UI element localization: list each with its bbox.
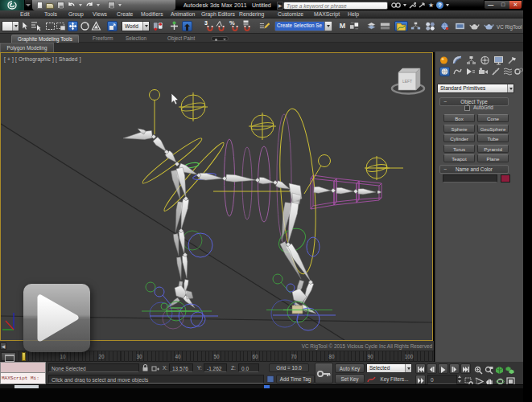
zoom-extents-all-icon[interactable] — [505, 363, 514, 372]
rectangular-selection-region-icon[interactable] — [45, 21, 56, 31]
menu-maxscript[interactable]: MAXScript — [314, 10, 340, 18]
communication-center-wrench-icon[interactable] — [409, 2, 416, 9]
menu-customize[interactable]: Customize — [278, 10, 303, 18]
y-coord-field[interactable]: -1.262 — [204, 363, 227, 372]
save-file-icon[interactable] — [57, 2, 64, 9]
zoom-extents-icon[interactable] — [495, 363, 504, 372]
play-animation-button[interactable] — [438, 363, 448, 374]
macro-recorder-field[interactable] — [0, 362, 46, 373]
selection-set-combo[interactable]: Selected — [366, 363, 412, 373]
search-binoculars-icon[interactable] — [391, 2, 401, 9]
spinner-snap-toggle-icon[interactable] — [241, 21, 253, 31]
zoom-all-icon[interactable] — [485, 363, 493, 372]
ribbon-tab-graphite-modeling-tools[interactable]: Graphite Modeling Tools — [11, 35, 79, 43]
snaps-toggle-3d-icon[interactable]: 3 — [204, 21, 215, 31]
ribbon-tab-selection[interactable]: Selection — [126, 35, 146, 41]
maxscript-mini-listener[interactable]: MAXScript Mi: — [0, 373, 46, 384]
angle-snap-toggle-icon[interactable] — [216, 21, 227, 31]
absolute-offset-toggle-icon[interactable] — [151, 363, 160, 372]
category-lights-icon[interactable] — [465, 67, 476, 76]
application-menu-caret-icon[interactable] — [26, 4, 31, 6]
tail-sphere-control[interactable] — [365, 156, 390, 180]
named-selection-sets-dropdown[interactable]: Create Selection Se — [274, 21, 332, 31]
material-editor-icon[interactable] — [425, 21, 435, 31]
percent-snap-toggle-icon[interactable]: % — [229, 21, 240, 31]
maximize-viewport-toggle-icon[interactable] — [506, 375, 515, 384]
time-tag-icon[interactable] — [266, 375, 274, 384]
category-geometry-icon[interactable] — [439, 67, 450, 76]
head-lollipop-control[interactable] — [150, 90, 160, 135]
object-color-swatch[interactable] — [501, 174, 510, 183]
viewcube[interactable]: LEFT — [392, 68, 424, 94]
button-plane[interactable]: Plane — [477, 154, 509, 162]
select-and-rotate-icon[interactable] — [80, 21, 90, 31]
auto-key-button[interactable]: Auto Key — [335, 363, 365, 373]
selection-filter-dropdown[interactable] — [2, 21, 19, 31]
key-filters-curve-icon[interactable] — [367, 375, 376, 384]
menu-create[interactable]: Create — [117, 10, 133, 18]
track-bar[interactable]: 10 20 30 40 50 60 70 80 90 100 — [0, 351, 434, 362]
window-crossing-icon[interactable] — [56, 21, 66, 31]
video-play-button[interactable] — [23, 284, 90, 352]
tab-modify-icon[interactable] — [452, 55, 463, 65]
tab-display-icon[interactable] — [493, 55, 504, 65]
render-production-teapot-icon[interactable] — [469, 21, 480, 31]
button-sphere[interactable]: Sphere — [443, 125, 475, 133]
use-pivot-center-icon[interactable] — [153, 21, 163, 31]
key-filters-button[interactable]: Key Filters... — [377, 375, 412, 384]
object-name-field[interactable] — [443, 174, 497, 183]
help-caret-icon[interactable] — [446, 4, 449, 6]
favorites-star-icon[interactable]: ★ — [428, 2, 434, 10]
curve-editor-icon[interactable] — [394, 21, 408, 31]
select-object-icon[interactable] — [19, 21, 30, 31]
application-menu-button[interactable] — [0, 0, 25, 10]
next-frame-button[interactable] — [449, 363, 460, 374]
menu-graph-editors[interactable]: Graph Editors — [201, 10, 235, 18]
category-shapes-icon[interactable] — [452, 67, 463, 76]
menu-tools[interactable]: Tools — [44, 10, 57, 18]
ribbon-minimize-button[interactable] — [211, 36, 229, 41]
layer-manager-icon[interactable] — [366, 21, 377, 31]
minimize-button[interactable]: — — [485, 1, 497, 9]
search-options-caret-icon[interactable] — [403, 4, 406, 6]
category-spacewarps-icon[interactable] — [503, 67, 513, 76]
button-cylinder[interactable]: Cylinder — [443, 134, 475, 142]
current-frame-field[interactable]: 0 — [427, 375, 457, 384]
uniform-scale-icon[interactable] — [107, 21, 118, 31]
new-file-icon[interactable] — [37, 2, 43, 9]
qat-dropdown-caret-icon[interactable] — [118, 4, 122, 6]
select-and-scale-icon[interactable] — [91, 21, 101, 31]
favorites-arrow-icon[interactable] — [419, 2, 426, 9]
undo-dropdown-caret-icon[interactable] — [79, 4, 82, 6]
button-cone[interactable]: Cone — [477, 114, 509, 122]
rendered-frame-window-icon[interactable] — [455, 21, 465, 31]
menu-help[interactable]: Help — [348, 10, 359, 18]
viewport-label[interactable]: [ + ] [ Orthographic ] [ Shaded ] — [4, 56, 81, 62]
tab-motion-icon[interactable] — [480, 55, 490, 65]
skeleton-bones[interactable] — [123, 129, 381, 314]
x-coord-field[interactable]: 13.576 — [169, 363, 193, 372]
button-geosphere[interactable]: GeoSphere — [477, 125, 509, 133]
maximize-button[interactable]: □ — [497, 1, 509, 9]
category-cameras-icon[interactable] — [478, 67, 489, 76]
schematic-view-icon[interactable] — [410, 21, 421, 31]
keyboard-override-toggle[interactable] — [182, 21, 192, 31]
orbit-icon[interactable] — [496, 375, 505, 384]
select-by-name-icon[interactable] — [31, 21, 41, 31]
menu-group[interactable]: Group — [68, 10, 84, 18]
primitives-category-dropdown[interactable]: Standard Primitives — [437, 84, 514, 93]
menu-views[interactable]: Views — [93, 10, 107, 18]
render-setup-icon[interactable] — [439, 21, 450, 31]
selection-lock-icon[interactable] — [142, 363, 149, 372]
select-and-manipulate-icon[interactable] — [169, 21, 179, 31]
menu-rendering[interactable]: Rendering — [239, 10, 264, 18]
search-history-caret-icon[interactable]: ▶ — [277, 2, 283, 10]
undo-icon[interactable] — [68, 2, 76, 9]
edit-named-selection-sets-icon[interactable] — [259, 21, 270, 31]
graphite-ribbon-toggle-icon[interactable] — [380, 21, 390, 31]
zoom-icon[interactable] — [474, 363, 483, 372]
tab-hierarchy-icon[interactable] — [466, 55, 476, 65]
mini-curve-editor-button[interactable] — [1, 352, 16, 361]
frame-spinner[interactable] — [458, 375, 463, 384]
go-to-start-button[interactable] — [415, 363, 426, 374]
